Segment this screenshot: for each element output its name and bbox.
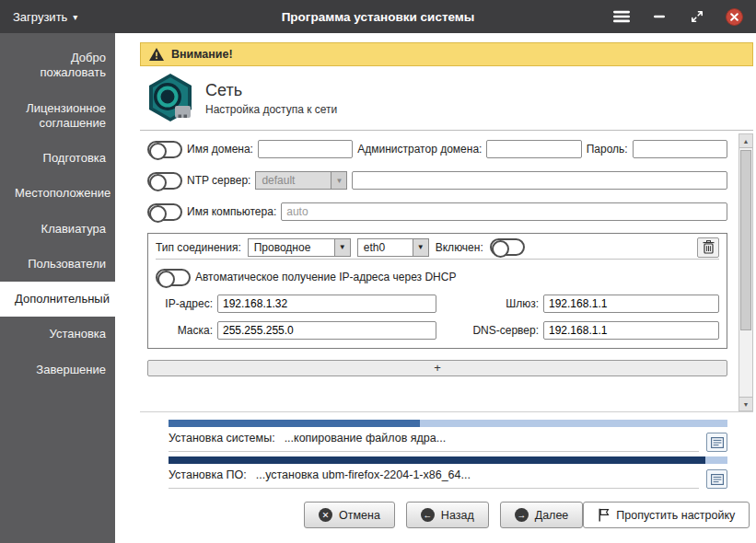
ntp-label: NTP сервер:: [187, 174, 250, 187]
window-title: Программа установки системы: [282, 10, 475, 24]
load-menu-button[interactable]: Загрузить ▾: [0, 0, 90, 33]
warning-icon: [149, 48, 164, 61]
menu-button[interactable]: [612, 7, 631, 26]
sidebar-item-location[interactable]: Местоположение: [0, 176, 115, 211]
software-progress-row: Установка ПО: ...установка ubm-firefox-2…: [169, 468, 727, 489]
window-controls: [612, 7, 756, 26]
add-connection-button[interactable]: +: [147, 360, 727, 376]
connection-type-select[interactable]: Проводное ▼: [248, 238, 351, 257]
expand-icon: [691, 10, 704, 23]
scroll-down-button[interactable]: ▼: [739, 397, 752, 410]
flag-icon: [598, 508, 610, 522]
scroll-down-icon: ▼: [743, 401, 750, 408]
ntp-server-input[interactable]: [352, 171, 727, 190]
interface-value: eth0: [358, 239, 413, 256]
minimize-icon: [653, 10, 666, 23]
dhcp-toggle[interactable]: [156, 269, 191, 286]
sidebar-item-license[interactable]: Лицензионное соглашение: [0, 91, 115, 142]
connection-type-row: Тип соединения: Проводное ▼ eth0 ▼ Включ…: [156, 239, 719, 260]
system-progress-label: Установка системы:: [169, 432, 275, 445]
software-progress-status: ...установка ubm-firefox-2204-1-x86_64..…: [256, 468, 471, 481]
back-button[interactable]: ← Назад: [406, 502, 489, 528]
skip-button[interactable]: Пропустить настройку: [583, 502, 750, 528]
hostname-row: Имя компьютера:: [147, 202, 727, 222]
cancel-icon: ✕: [319, 508, 332, 522]
page-subtitle: Настройка доступа к сети: [205, 103, 337, 116]
dropdown-arrow-icon: ▼: [331, 172, 346, 189]
close-icon: [730, 13, 739, 21]
domain-name-input[interactable]: [258, 140, 353, 158]
trash-icon: [703, 240, 715, 254]
installer-window: Загрузить ▾ Программа установки системы …: [0, 0, 756, 543]
gateway-input[interactable]: [543, 295, 719, 313]
hostname-label: Имя компьютера:: [187, 205, 276, 218]
sidebar-item-additional[interactable]: Дополнительный: [0, 282, 115, 317]
software-progress-label: Установка ПО:: [169, 468, 247, 481]
scroll-up-button[interactable]: ▲: [739, 134, 752, 148]
system-log-button[interactable]: [706, 433, 727, 452]
domain-toggle[interactable]: [147, 141, 182, 158]
ntp-select-value: default: [256, 172, 331, 189]
close-button[interactable]: [726, 8, 743, 26]
connection-type-label: Тип соединения:: [156, 241, 241, 254]
system-progress-fill: [169, 420, 420, 427]
minimize-button[interactable]: [650, 7, 669, 26]
sidebar-item-users[interactable]: Пользователи: [0, 247, 115, 282]
cancel-button[interactable]: ✕ Отмена: [304, 502, 395, 528]
sidebar-item-welcome[interactable]: Добро пожаловать: [0, 40, 115, 91]
sidebar-item-keyboard[interactable]: Клавиатура: [0, 212, 115, 247]
log-icon: [711, 437, 724, 448]
back-label: Назад: [441, 509, 474, 522]
connection-box: Тип соединения: Проводное ▼ eth0 ▼ Включ…: [147, 233, 727, 349]
domain-row: Имя домена: Администратор домена: Пароль…: [147, 139, 727, 159]
form-scrollbar[interactable]: ▲ ▼: [739, 133, 753, 411]
load-menu-label: Загрузить: [13, 10, 67, 24]
hamburger-icon: [613, 10, 630, 23]
main-content: Внимание! Сеть Настройка доступа к сети: [115, 33, 756, 543]
dns-label: DNS-сервер:: [467, 324, 539, 337]
connection-type-value: Проводное: [249, 239, 334, 256]
gateway-label: Шлюз:: [467, 297, 539, 310]
dns-input[interactable]: [543, 321, 719, 340]
cancel-label: Отмена: [339, 509, 380, 522]
delete-connection-button[interactable]: [697, 237, 719, 258]
domain-name-label: Имя домена:: [187, 143, 253, 156]
network-form: Имя домена: Администратор домена: Пароль…: [140, 133, 739, 411]
ntp-select[interactable]: default ▼: [255, 171, 347, 190]
ntp-toggle[interactable]: [147, 172, 182, 190]
back-arrow-icon: ←: [421, 508, 435, 522]
next-button[interactable]: → Далее: [500, 502, 584, 528]
connection-enabled-toggle[interactable]: [490, 238, 525, 256]
network-logo-icon: [145, 73, 196, 124]
software-log-button[interactable]: [706, 469, 727, 489]
scroll-up-icon: ▲: [743, 138, 750, 144]
titlebar: Загрузить ▾ Программа установки системы: [0, 0, 756, 33]
hostname-toggle[interactable]: [147, 203, 182, 221]
domain-password-label: Пароль:: [587, 143, 628, 156]
system-progress-row: Установка системы: ...копирование файлов…: [169, 432, 727, 452]
mask-row: Маска: DNS-сервер:: [156, 320, 719, 341]
domain-password-input[interactable]: [633, 140, 727, 158]
ip-label: IP-адрес:: [156, 297, 213, 310]
mask-input[interactable]: [217, 321, 436, 340]
sidebar-item-preparation[interactable]: Подготовка: [0, 141, 115, 176]
mask-label: Маска:: [156, 324, 213, 337]
system-progressbar: [169, 420, 727, 427]
hostname-input[interactable]: [281, 202, 727, 221]
scrollbar-thumb[interactable]: [740, 150, 751, 330]
page-header: Сеть Настройка доступа к сети: [140, 66, 753, 131]
ip-row: IP-адрес: Шлюз:: [156, 294, 719, 314]
sidebar-item-finish[interactable]: Завершение: [0, 352, 115, 387]
log-icon: [711, 474, 724, 485]
sidebar-item-installation[interactable]: Установка: [0, 317, 115, 352]
warning-banner: Внимание!: [140, 42, 753, 66]
action-buttons: ✕ Отмена ← Назад → Далее Пропустить наст…: [169, 502, 748, 528]
maximize-button[interactable]: [688, 7, 706, 26]
interface-select[interactable]: eth0 ▼: [357, 238, 429, 257]
domain-admin-input[interactable]: [486, 140, 581, 158]
next-label: Далее: [535, 509, 569, 522]
ip-input[interactable]: [217, 295, 436, 313]
dhcp-label: Автоматическое получение IP-адреса через…: [195, 271, 456, 283]
connection-enabled-label: Включен:: [436, 241, 483, 254]
warning-label: Внимание!: [171, 48, 233, 61]
